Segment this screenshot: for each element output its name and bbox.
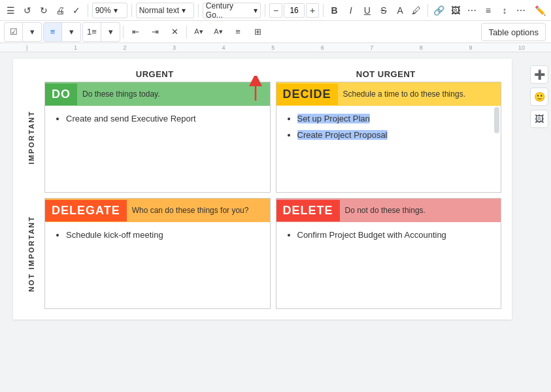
list-item: Create Project Proposal xyxy=(297,129,492,142)
doc-content: URGENT NOT URGENT IMPORTANT DO Do these … xyxy=(13,59,512,385)
edit-icon[interactable]: ✏️ xyxy=(533,3,547,18)
link-btn[interactable]: 🔗 xyxy=(432,3,446,18)
clear-format-btn[interactable]: ✕ xyxy=(165,23,184,41)
sidebar-image-icon[interactable]: 🖼 xyxy=(530,110,548,128)
decide-label: DECIDE xyxy=(276,84,338,105)
quadrant-delegate[interactable]: DELEGATE Who can do these things for you… xyxy=(44,198,271,309)
do-desc: Do these things today. xyxy=(77,87,270,101)
font-size-area: − + xyxy=(269,3,319,18)
increase-indent-btn[interactable]: ⇥ xyxy=(146,23,164,41)
decide-desc: Schedule a time to do these things. xyxy=(338,87,501,101)
italic-btn[interactable]: I xyxy=(344,3,358,18)
sidebar-add-icon[interactable]: ➕ xyxy=(530,65,548,84)
divider-6 xyxy=(427,4,428,17)
do-label: DO xyxy=(45,84,77,105)
delegate-label: DELEGATE xyxy=(45,200,127,221)
insert-image-btn[interactable]: 🖼 xyxy=(448,3,462,18)
redo-icon[interactable]: ↻ xyxy=(37,3,50,18)
zoom-select[interactable]: 90% ▾ xyxy=(92,3,127,18)
numbered-list-group: 1≡ ▾ xyxy=(82,22,120,42)
right-sidebar: ➕ 🙂 🖼 xyxy=(530,65,548,128)
divider-5 xyxy=(323,4,324,17)
numbered-list-btn[interactable]: 1≡ xyxy=(83,23,101,41)
quadrant-do[interactable]: DO Do these things today. Create and sen… xyxy=(44,82,271,193)
delete-desc: Do not do these things. xyxy=(340,203,501,218)
print-icon[interactable]: 🖨 xyxy=(53,3,67,18)
delete-label: DELETE xyxy=(276,200,340,221)
do-header: DO Do these things today. xyxy=(45,82,270,106)
strikethrough-btn[interactable]: S xyxy=(376,3,390,18)
divider-3 xyxy=(198,4,199,17)
style-select[interactable]: Normal text ▾ xyxy=(136,3,194,18)
do-list: Create and send Executive Report xyxy=(66,112,261,126)
delete-header: DELETE Do not do these things. xyxy=(276,199,501,222)
undo-icon[interactable]: ↺ xyxy=(20,3,34,18)
matrix-wrapper: URGENT NOT URGENT IMPORTANT DO Do these … xyxy=(13,59,512,319)
bullet-list-group: ≡ ▾ xyxy=(43,22,81,42)
col-header-not-urgent: NOT URGENT xyxy=(271,69,502,79)
align2-btn[interactable]: ≡ xyxy=(229,23,247,41)
underline-btn[interactable]: U xyxy=(360,3,374,18)
matrix-grid: IMPORTANT DO Do these things today. Crea… xyxy=(24,82,501,309)
checklist-chevron[interactable]: ▾ xyxy=(23,23,41,41)
delegate-list: Schedule kick-off meeting xyxy=(66,229,261,242)
font-size-input[interactable] xyxy=(284,3,305,18)
toolbar-top: ☰ ↺ ↻ 🖨 ✓ 90% ▾ Normal text ▾ Century Go… xyxy=(0,0,551,21)
highlight-color-btn[interactable]: A▾ xyxy=(190,23,208,41)
zoom-chevron: ▾ xyxy=(114,6,118,15)
linespace-btn[interactable]: ↕ xyxy=(497,3,511,18)
align-btn[interactable]: ≡ xyxy=(481,3,495,18)
highlight-btn[interactable]: 🖊 xyxy=(410,3,424,18)
quadrant-delete[interactable]: DELETE Do not do these things. Confirm P… xyxy=(276,198,502,309)
numbered-list-chevron[interactable]: ▾ xyxy=(101,23,120,41)
table-options-btn[interactable]: Table options xyxy=(481,23,546,41)
divider-4 xyxy=(265,4,265,17)
checklist-btn[interactable]: ☑ xyxy=(5,23,23,41)
page-area: URGENT NOT URGENT IMPORTANT DO Do these … xyxy=(0,52,551,392)
decide-scrollbar[interactable] xyxy=(494,107,499,133)
delegate-header: DELEGATE Who can do these things for you… xyxy=(45,199,270,222)
col-header-urgent: URGENT xyxy=(39,69,271,79)
divider-2 xyxy=(131,4,132,17)
more-btn[interactable]: ⋯ xyxy=(465,3,478,18)
font-chevron: ▾ xyxy=(254,6,258,15)
ruler-marks: | 1 2 3 4 5 6 7 8 9 10 xyxy=(26,44,525,51)
font-value: Century Go... xyxy=(206,1,251,20)
table-options-label: Table options xyxy=(488,27,539,37)
decide-header: DECIDE Schedule a time to do these thing… xyxy=(276,82,501,106)
spellcheck-icon[interactable]: ✓ xyxy=(70,3,84,18)
delete-list: Confirm Project Budget with Accounting xyxy=(297,229,492,242)
highlighted-text-2: Create Project Proposal xyxy=(297,130,388,140)
toolbar-second: ☑ ▾ ≡ ▾ 1≡ ▾ ⇤ ⇥ ✕ A▾ A▾ ≡ ⊞ Table optio… xyxy=(0,21,551,43)
text-color2-btn[interactable]: A▾ xyxy=(209,23,227,41)
list-controls-group: ☑ ▾ xyxy=(4,22,42,42)
text-color-btn[interactable]: A xyxy=(393,3,407,18)
bullet-list-btn[interactable]: ≡ xyxy=(44,23,62,41)
quadrant-decide[interactable]: DECIDE Schedule a time to do these thing… xyxy=(276,82,502,193)
list-item: Set up Project Plan xyxy=(297,112,492,126)
column-headers: URGENT NOT URGENT xyxy=(39,69,501,79)
col-options-btn[interactable]: ⊞ xyxy=(248,23,267,41)
style-value: Normal text xyxy=(139,6,179,15)
decrease-indent-btn[interactable]: ⇤ xyxy=(126,23,144,41)
divider-tb2-2 xyxy=(186,25,187,39)
bullet-list-chevron[interactable]: ▾ xyxy=(62,23,80,41)
increase-font-btn[interactable]: + xyxy=(306,3,319,18)
decide-body: Set up Project Plan Create Project Propo… xyxy=(276,106,501,152)
bold-btn[interactable]: B xyxy=(327,3,341,18)
font-select[interactable]: Century Go... ▾ xyxy=(203,3,261,18)
more-options-btn[interactable]: ⋯ xyxy=(514,3,528,18)
row-label-important: IMPORTANT xyxy=(24,82,39,193)
list-item: Schedule kick-off meeting xyxy=(66,229,261,242)
style-chevron: ▾ xyxy=(182,6,186,15)
zoom-value: 90% xyxy=(95,6,111,15)
decrease-font-btn[interactable]: − xyxy=(269,3,282,18)
divider-tb2-1 xyxy=(123,25,124,39)
do-body: Create and send Executive Report xyxy=(45,106,270,135)
menu-icon[interactable]: ☰ xyxy=(4,3,18,18)
delegate-body: Schedule kick-off meeting xyxy=(45,222,270,252)
list-item: Confirm Project Budget with Accounting xyxy=(297,229,492,242)
delegate-desc: Who can do these things for you? xyxy=(127,203,270,218)
sidebar-comment-icon[interactable]: 🙂 xyxy=(530,88,548,106)
divider-1 xyxy=(88,4,88,17)
